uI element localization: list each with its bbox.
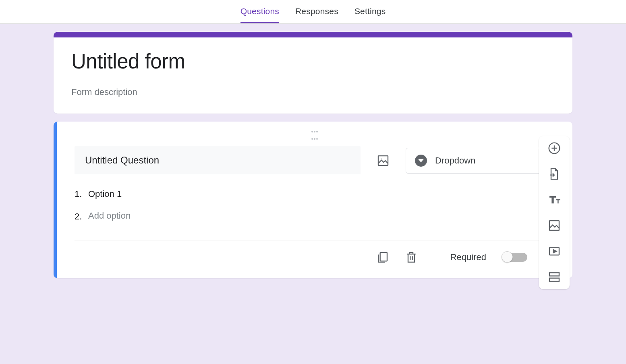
svg-rect-7 xyxy=(549,221,559,230)
option-row[interactable]: 1. Option 1 xyxy=(75,183,555,205)
drag-handle[interactable] xyxy=(57,122,572,146)
import-file-icon xyxy=(548,168,561,180)
option-number: 2. xyxy=(75,211,88,222)
import-questions-button[interactable] xyxy=(548,168,561,180)
option-number: 1. xyxy=(75,189,88,199)
footer-divider xyxy=(434,248,434,266)
required-label: Required xyxy=(450,252,486,263)
add-option-placeholder[interactable]: Add option xyxy=(88,211,131,222)
question-footer: Required xyxy=(75,240,555,266)
add-title-button[interactable] xyxy=(548,193,561,206)
toggle-knob xyxy=(502,251,513,263)
drag-dots-icon xyxy=(309,127,321,131)
question-input[interactable] xyxy=(85,155,350,166)
plus-circle-icon xyxy=(548,142,561,155)
add-image-button[interactable] xyxy=(377,154,390,167)
text-icon xyxy=(548,193,561,206)
add-section-button[interactable] xyxy=(548,271,561,283)
required-toggle[interactable] xyxy=(502,253,527,262)
svg-rect-10 xyxy=(549,278,559,281)
video-icon xyxy=(548,245,561,258)
question-type-label: Dropdown xyxy=(435,155,531,166)
form-title-card: Untitled form Form description xyxy=(54,32,572,114)
svg-rect-0 xyxy=(378,156,388,165)
caret-down-icon xyxy=(418,159,424,163)
copy-icon xyxy=(376,251,389,264)
options-list: 1. Option 1 2. Add option xyxy=(57,175,572,228)
question-input-wrap xyxy=(75,146,361,175)
add-option-row[interactable]: 2. Add option xyxy=(75,205,555,228)
trash-icon xyxy=(405,251,418,264)
add-image-toolbar-button[interactable] xyxy=(548,219,561,232)
side-toolbar xyxy=(539,136,570,289)
add-video-button[interactable] xyxy=(548,245,561,258)
image-icon xyxy=(377,154,390,167)
form-description[interactable]: Form description xyxy=(71,87,555,97)
svg-rect-9 xyxy=(549,273,559,276)
tab-settings[interactable]: Settings xyxy=(354,6,386,23)
duplicate-button[interactable] xyxy=(376,251,389,264)
question-type-select[interactable]: Dropdown xyxy=(406,148,555,174)
tabs-bar: Questions Responses Settings xyxy=(0,0,626,24)
svg-rect-2 xyxy=(380,252,387,261)
add-question-button[interactable] xyxy=(548,142,561,155)
option-label[interactable]: Option 1 xyxy=(88,189,122,199)
svg-point-1 xyxy=(381,158,382,159)
tab-responses[interactable]: Responses xyxy=(295,6,338,23)
tab-questions[interactable]: Questions xyxy=(240,6,279,23)
dropdown-type-icon xyxy=(415,155,427,167)
question-card: Dropdown 1. Option 1 2. Add option xyxy=(54,122,572,278)
form-title[interactable]: Untitled form xyxy=(71,50,555,73)
section-icon xyxy=(548,271,561,283)
delete-button[interactable] xyxy=(405,251,418,264)
form-canvas: Untitled form Form description xyxy=(0,24,626,364)
image-icon xyxy=(548,219,561,232)
